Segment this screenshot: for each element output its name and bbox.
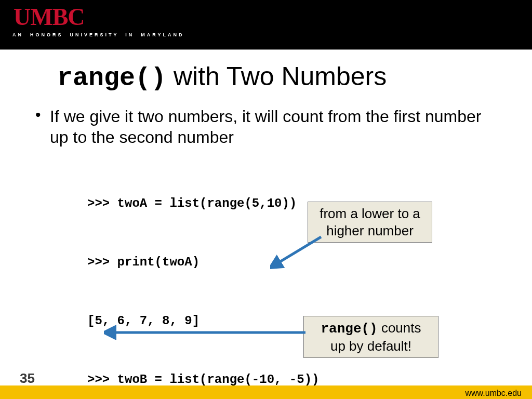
page-number: 35 (20, 370, 35, 387)
callout-lower-higher: from a lower to a higher number (308, 202, 432, 243)
title-rest: with Two Numbers (166, 62, 387, 91)
code-line: >>> twoA = list(range(5,10)) (87, 194, 319, 214)
title-code: range() (57, 63, 166, 93)
footer-bar (0, 385, 532, 399)
bullet-text: If we give it two numbers, it will count… (50, 106, 497, 148)
slide-title: range() with Two Numbers (57, 61, 387, 93)
code-line: >>> print(twoA) (87, 252, 319, 272)
slide: UMBC AN HONORS UNIVERSITY IN MARYLAND ra… (0, 0, 532, 399)
logo-tagline: AN HONORS UNIVERSITY IN MARYLAND (12, 32, 184, 37)
code-block: >>> twoA = list(range(5,10)) >>> print(t… (87, 155, 319, 399)
callout-text: up by default! (309, 338, 433, 355)
callout-text: higher number (313, 222, 427, 240)
callout-code: range() (321, 321, 377, 337)
header-bar: UMBC AN HONORS UNIVERSITY IN MARYLAND (0, 0, 532, 50)
footer-url: www.umbc.edu (466, 389, 522, 398)
callout-text: range() counts (309, 320, 433, 338)
callout-rest: counts (378, 320, 421, 336)
logo-main: UMBC (14, 3, 85, 31)
callout-text: from a lower to a (313, 205, 427, 222)
callout-counts-up: range() counts up by default! (303, 316, 438, 358)
code-line: [5, 6, 7, 8, 9] (87, 311, 319, 331)
